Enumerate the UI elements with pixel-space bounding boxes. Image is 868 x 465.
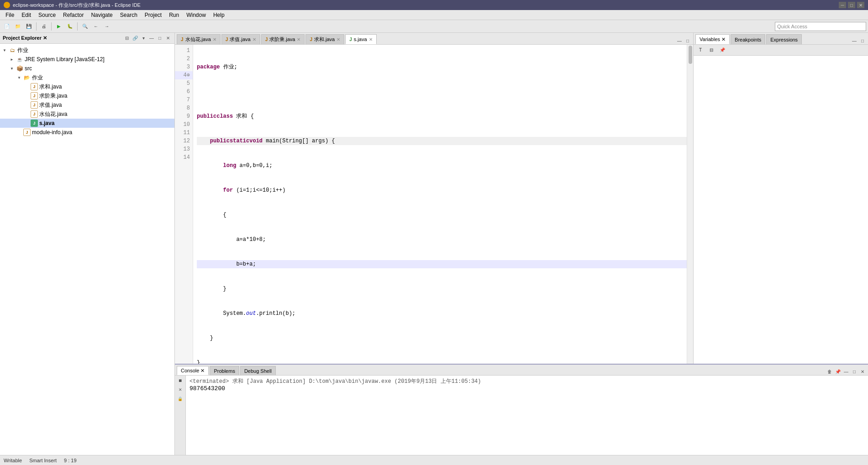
tab-close-shuixianhua[interactable]: ✕: [213, 37, 216, 42]
toolbar-back[interactable]: ←: [91, 21, 101, 31]
editor-maximize[interactable]: □: [684, 37, 691, 44]
sidebar-link-with-editor[interactable]: 🔗: [132, 35, 139, 42]
tab-debug-shell[interactable]: Debug Shell: [240, 366, 276, 375]
console-lock[interactable]: 🔒: [176, 395, 184, 403]
toolbar-print[interactable]: 🖨: [39, 21, 49, 31]
tab-qiuhe[interactable]: J 求和.java ✕: [305, 34, 344, 44]
menu-help[interactable]: Help: [210, 10, 228, 20]
java-icon-qiuzhi: J: [31, 101, 38, 109]
line-9: 9: [175, 112, 193, 120]
tree-item-s-java[interactable]: J s.java: [0, 119, 174, 128]
editor-scrollbar[interactable]: [687, 45, 693, 364]
toolbar-run[interactable]: ▶: [54, 21, 64, 31]
right-panel-minimize[interactable]: —: [851, 37, 858, 44]
code-line-12: }: [197, 334, 687, 342]
console-close[interactable]: ✕: [859, 368, 866, 375]
menu-search[interactable]: Search: [116, 10, 141, 20]
menu-refactor[interactable]: Refactor: [59, 10, 87, 20]
line-10: 10: [175, 120, 193, 129]
tree-item-qiuzhi[interactable]: J 求值.java: [0, 100, 174, 110]
editor-content[interactable]: 1 2 3 4⊕ 5 6 7 8 9 10 11 12 13: [175, 45, 693, 364]
variables-collapse[interactable]: ⊟: [706, 45, 716, 55]
right-panel-maximize[interactable]: □: [859, 37, 866, 44]
maximize-button[interactable]: □: [848, 2, 855, 8]
variables-pin[interactable]: 📌: [717, 45, 727, 55]
problems-label: Problems: [214, 368, 235, 374]
console-stop[interactable]: ⏹: [176, 376, 184, 385]
right-panel-content: [694, 56, 868, 364]
toolbar-search[interactable]: 🔍: [80, 21, 90, 31]
console-remove[interactable]: ✕: [176, 386, 184, 394]
sidebar-minimize[interactable]: —: [148, 35, 155, 42]
tree-item-project[interactable]: 🗂 作业: [0, 46, 174, 55]
editor-minimize[interactable]: —: [676, 37, 683, 44]
tab-close-qiuzhi[interactable]: ✕: [253, 37, 256, 42]
tree-item-src[interactable]: 📦 src: [0, 64, 174, 73]
line-3: 3: [175, 63, 193, 71]
tab-breakpoints[interactable]: Breakpoints: [731, 34, 765, 44]
tab-icon-qiuhe: J: [310, 37, 312, 42]
console-minimize[interactable]: —: [842, 368, 850, 375]
menu-window[interactable]: Window: [183, 10, 210, 20]
tab-label-qiujiecheng: 求阶乘.java: [269, 36, 295, 43]
menu-navigate[interactable]: Navigate: [87, 10, 116, 20]
console-clear[interactable]: 🗑: [826, 368, 833, 375]
toolbar-save[interactable]: 💾: [24, 21, 34, 31]
tab-console[interactable]: Console ✕: [177, 366, 209, 375]
tree-item-package[interactable]: 📂 作业: [0, 73, 174, 82]
tab-close-qiuhe[interactable]: ✕: [337, 37, 340, 42]
expressions-label: Expressions: [770, 37, 798, 42]
breakpoints-label: Breakpoints: [735, 37, 761, 42]
tree-arrow-project: [2, 47, 7, 53]
sidebar-collapse-all[interactable]: ⊟: [123, 35, 131, 42]
menu-run[interactable]: Run: [165, 10, 183, 20]
tab-close-qiujiecheng[interactable]: ✕: [297, 37, 300, 42]
code-line-5: long a=0,b=0,i;: [197, 162, 687, 170]
minimize-button[interactable]: ─: [839, 2, 846, 8]
close-button[interactable]: ✕: [857, 2, 864, 8]
tab-problems[interactable]: Problems: [210, 366, 239, 375]
toolbar-forward[interactable]: →: [102, 21, 112, 31]
sidebar-close[interactable]: ✕: [164, 35, 172, 42]
toolbar-new[interactable]: 📄: [2, 21, 12, 31]
menu-project[interactable]: Project: [141, 10, 165, 20]
tab-icon-qiujiecheng: J: [265, 37, 268, 42]
toolbar-open[interactable]: 📁: [13, 21, 23, 31]
tree-item-qiujiecheng[interactable]: J 求阶乘.java: [0, 91, 174, 100]
debug-shell-label: Debug Shell: [244, 368, 272, 374]
menu-source[interactable]: Source: [35, 10, 59, 20]
menu-file[interactable]: File: [2, 10, 18, 20]
tree-item-moduleinfo[interactable]: J module-info.java: [0, 128, 174, 137]
tree-item-shuixianhua[interactable]: J 水仙花.java: [0, 110, 174, 119]
tab-qiuzhi[interactable]: J 求值.java ✕: [221, 34, 260, 44]
tree-item-jre[interactable]: ☕ JRE System Library [JavaSE-12]: [0, 55, 174, 64]
tab-close-s[interactable]: ✕: [369, 37, 373, 42]
code-line-4: public static void main(String[] args) {: [197, 137, 687, 145]
tree-arrow-moduleinfo: [16, 130, 22, 135]
tab-s-java[interactable]: J s.java ✕: [345, 34, 376, 44]
sidebar-actions: ⊟ 🔗 ▾ — □ ✕: [123, 35, 172, 42]
variables-show-type[interactable]: T: [695, 45, 705, 55]
tab-expressions[interactable]: Expressions: [766, 34, 802, 44]
code-editor[interactable]: package 作业; public class 求和 { public sta…: [193, 45, 687, 364]
quick-access-input[interactable]: Quick Access: [775, 22, 866, 31]
tab-variables[interactable]: Variables ✕: [695, 34, 730, 44]
console-terminated-line: <terminated> 求和 [Java Application] D:\to…: [189, 377, 864, 385]
tree-label-project: 作业: [17, 47, 28, 54]
sidebar-maximize[interactable]: □: [156, 35, 163, 42]
toolbar-debug[interactable]: 🐛: [65, 21, 75, 31]
console-pin[interactable]: 📌: [834, 368, 842, 375]
tab-icon-shuixianhua: J: [181, 37, 184, 42]
sidebar-menu[interactable]: ▾: [140, 35, 147, 42]
tree-arrow-qiujiecheng: [24, 93, 29, 99]
tab-qiujiecheng[interactable]: J 求阶乘.java ✕: [261, 34, 305, 44]
tree-item-qiuhe[interactable]: J 求和.java: [0, 82, 174, 91]
window-controls[interactable]: ─ □ ✕: [839, 2, 864, 8]
tab-shuixianhua[interactable]: J 水仙花.java ✕: [177, 34, 221, 44]
right-panel-tabs: Variables ✕ Breakpoints Expressions — □: [694, 33, 868, 45]
tab-icon-qiuzhi: J: [226, 37, 228, 42]
console-maximize[interactable]: □: [851, 368, 858, 375]
code-line-6: for (i=1;i<=10;i++): [197, 186, 687, 194]
editor-scrollbar-thumb[interactable]: [689, 46, 692, 64]
menu-edit[interactable]: Edit: [18, 10, 35, 20]
